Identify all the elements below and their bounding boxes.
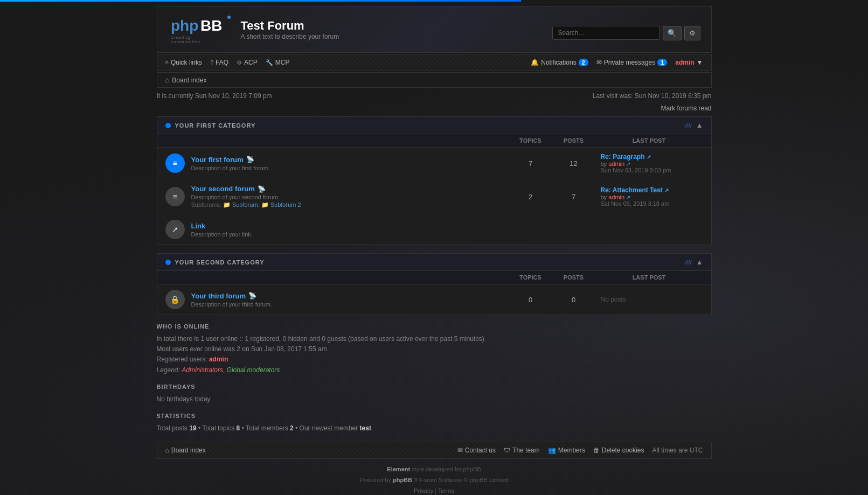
statistics-text: Total posts 19 • Total topics 8 • Total … [157,423,712,434]
forum-description: A short text to describe your forum [241,33,339,40]
view-post-icon-2: ↗ [626,194,630,200]
forum-3-icon: ↗ [165,220,185,239]
the-team-link[interactable]: 🛡 The team [504,447,540,454]
forum-4-name-link[interactable]: Your third forum [191,292,246,300]
statistics-content: Total posts 19 • Total topics 8 • Total … [157,423,712,434]
forum-4-left: 🔒 Your third forum 📡 Description of your… [165,290,509,309]
forum-1-desc: Description of your first forum. [191,165,509,171]
category-2-table-header: TOPICS POSTS LAST POST [157,271,711,284]
registered-admin-link[interactable]: admin [209,355,228,363]
forum-1-last-post-by: by admin ↗ [601,161,703,167]
forum-title: Test Forum [241,19,339,33]
members-icon: 👥 [548,447,556,454]
total-posts-value: 19 [189,424,196,432]
search-input[interactable] [552,26,660,40]
online-line1: In total there is 1 user online :: 1 reg… [157,334,712,344]
search-settings-button[interactable]: ⚙ [684,26,700,40]
forum-1-rss-icon[interactable]: 📡 [246,156,254,163]
collapse-button[interactable]: ▲ [696,121,703,129]
legend-line: Legend: Administrators, Global moderator… [157,365,712,375]
terms-link[interactable]: Terms [438,487,454,494]
online-line2: Most users ever online was 2 on Sun Jan … [157,344,712,354]
privacy-link[interactable]: Privacy [414,487,433,494]
col2-posts: POSTS [552,274,595,281]
private-messages-link[interactable]: ✉ Private messages 1 [596,59,668,66]
category-2: YOUR SECOND CATEGORY //// ▲ TOPICS POSTS… [157,253,712,315]
birthdays-content: No birthdays today [157,394,712,405]
dropdown-icon: ▼ [697,59,703,66]
collapse-button-2[interactable]: ▲ [696,258,703,266]
forum-1-last-post-title[interactable]: Re: Paragraph ↗ [601,153,703,161]
members-link[interactable]: 👥 Members [548,447,585,454]
forum-row-3: ↗ Link Description of your link. [157,214,711,245]
statistics-section: STATISTICS Total posts 19 • Total topics… [157,413,712,434]
pm-label: Private messages [604,59,655,66]
col-forum [165,137,509,144]
forum-2-subforums: Subforums: 📁 Subforum, 📁 Subforum 2 [191,201,509,208]
acp-label: ACP [244,59,258,66]
pm-count: 1 [657,59,667,66]
time-bar: It is currently Sun Nov 10, 2019 7:09 pm… [157,88,712,104]
forum-1-posts: 12 [552,159,595,168]
powered-line: Powered by phpBB ® Forum Software © phpB… [157,475,712,486]
contact-us-link[interactable]: ✉ Contact us [457,447,496,454]
forum-2-last-post-title[interactable]: Re: Attachment Test ↗ [601,186,703,194]
forum-3-name-link[interactable]: Link [191,222,206,230]
nav-mcp[interactable]: 🔧 MCP [266,59,290,66]
forum-4-rss-icon[interactable]: 📡 [248,292,256,299]
forum-2-left: ≡ Your second forum 📡 Description of you… [165,185,509,208]
footer-right: ✉ Contact us 🛡 The team 👥 Members 🗑 Dele… [457,447,703,454]
legend-mods: Global moderators [227,366,280,374]
total-topics-value: 8 [237,424,240,432]
forum-2-name-link[interactable]: Your second forum [191,185,255,193]
category-2-header: YOUR SECOND CATEGORY //// ▲ [157,254,711,271]
forum-1-name-link[interactable]: Your first forum [191,156,244,164]
mark-forums-read[interactable]: Mark forums read [661,104,711,112]
acp-icon: ⚙ [237,59,242,66]
bell-icon: 🔔 [531,59,539,66]
subforum-2-link[interactable]: 📁 Subforum 2 [261,201,301,208]
delete-icon: 🗑 [593,447,600,454]
nav-faq[interactable]: ? FAQ [210,59,228,66]
footer-board-index-link[interactable]: ⌂ Board index [165,447,206,454]
forum-2-info: Your second forum 📡 Description of your … [191,185,509,208]
col2-topics: TOPICS [509,274,552,281]
col-posts: POSTS [552,137,595,144]
forum-2-topics: 2 [509,193,552,201]
search-button[interactable]: 🔍 [663,26,682,40]
site-title: Test Forum A short text to describe your… [241,19,339,40]
birthdays-section: BIRTHDAYS No birthdays today [157,384,712,405]
delete-cookies-link[interactable]: 🗑 Delete cookies [593,447,644,454]
bottom-footer: Element style developed for phpBB Powere… [157,464,712,495]
nav-acp[interactable]: ⚙ ACP [237,59,258,66]
separator: | [435,487,436,494]
breadcrumb-board-index[interactable]: Board index [172,76,206,84]
timezone-label: All times are UTC [652,447,703,454]
forum-2-name-wrap: Your second forum 📡 [191,185,509,193]
category-1-header-right: //// ▲ [685,121,703,129]
notifications-label: Notifications [541,59,576,66]
forum-2-last-post-date: Sat Nov 09, 2019 3:18 am [601,200,703,207]
category-2-dot [165,260,171,265]
phpbb-name: phpBB [393,477,412,483]
nav-quicklinks[interactable]: ≡ Quick links [165,59,202,66]
legal-line: Privacy | Terms [157,486,712,495]
site-header: php BB creating communities Test Forum A… [157,6,712,53]
forum-2-last-post-author[interactable]: admin [608,194,624,200]
notifications-count: 2 [579,59,588,66]
forum-1-icon-symbol: ≡ [172,159,177,168]
svg-text:php: php [171,17,198,34]
notifications-link[interactable]: 🔔 Notifications 2 [531,59,588,66]
nav-left: ≡ Quick links ? FAQ ⚙ ACP 🔧 MCP [165,59,290,66]
last-visit: Last visit was: Sun Nov 10, 2019 6:35 pm [593,92,712,100]
admin-menu[interactable]: admin ▼ [675,59,703,66]
footer-left: ⌂ Board index [165,447,206,454]
delete-label: Delete cookies [602,447,644,454]
forum-1-last-post-author[interactable]: admin [608,161,624,167]
forum-2-rss-icon[interactable]: 📡 [258,185,266,193]
search-bar: 🔍 ⚙ [552,26,700,40]
subforum-1-link[interactable]: 📁 Subforum [223,201,258,208]
who-is-online-title: WHO IS ONLINE [157,323,712,330]
category-2-header-right: //// ▲ [685,258,703,266]
statistics-title: STATISTICS [157,413,712,419]
